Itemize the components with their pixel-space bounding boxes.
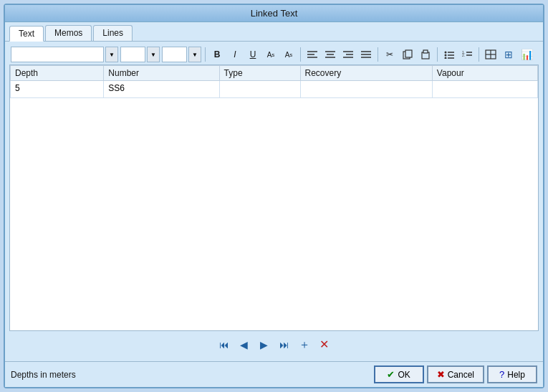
- bold-button[interactable]: B: [209, 47, 225, 62]
- cancel-button[interactable]: ✖ Cancel: [427, 365, 484, 383]
- nav-prev-button[interactable]: ◀: [236, 337, 252, 353]
- font-style-dropdown[interactable]: ▼: [162, 47, 201, 62]
- check-icon: ✔: [387, 369, 395, 380]
- font-size-box[interactable]: [120, 47, 145, 62]
- cell-number[interactable]: SS6: [104, 81, 219, 98]
- sep2: [300, 47, 301, 62]
- italic-button[interactable]: I: [227, 47, 243, 62]
- sep5: [479, 47, 479, 62]
- tab-bar: Text Memos Lines: [5, 22, 543, 41]
- svg-point-18: [445, 57, 447, 59]
- copy-button[interactable]: [400, 47, 415, 62]
- window-title: Linked Text: [251, 8, 298, 19]
- navigation-bar: ⏮ ◀ ▶ ⏭ ＋ ✕: [9, 331, 539, 358]
- align-left-button[interactable]: [304, 47, 320, 62]
- status-bar: Depths in meters ✔ OK ✖ Cancel ? Help: [5, 361, 543, 387]
- title-bar: Linked Text: [5, 5, 543, 22]
- col-depth: Depth: [11, 66, 104, 81]
- subscript-button[interactable]: As: [281, 47, 297, 62]
- nav-delete-button[interactable]: ✕: [317, 337, 332, 353]
- svg-point-17: [445, 54, 447, 57]
- col-recovery: Recovery: [300, 66, 432, 81]
- sep3: [378, 47, 378, 62]
- status-text: Depths in meters: [11, 370, 76, 380]
- question-icon: ?: [499, 369, 504, 380]
- nav-first-button[interactable]: ⏮: [216, 337, 232, 353]
- font-family-dropdown[interactable]: ▼: [11, 47, 118, 62]
- insert2-button[interactable]: ⊞: [501, 47, 516, 62]
- svg-text:2.: 2.: [462, 53, 465, 57]
- font-size-dropdown[interactable]: ▼: [120, 47, 160, 62]
- sep4: [437, 47, 438, 62]
- col-type: Type: [219, 66, 300, 81]
- nav-next-button[interactable]: ▶: [256, 337, 272, 353]
- font-family-box[interactable]: [11, 47, 104, 62]
- toolbar: ▼ ▼ ▼ B I U As As: [9, 44, 539, 64]
- font-style-arrow[interactable]: ▼: [188, 47, 201, 62]
- svg-point-16: [445, 52, 447, 54]
- nav-add-button[interactable]: ＋: [297, 337, 312, 353]
- ok-button[interactable]: ✔ OK: [374, 365, 424, 383]
- dialog-buttons: ✔ OK ✖ Cancel ? Help: [374, 365, 537, 383]
- nav-last-button[interactable]: ⏭: [277, 337, 292, 353]
- cut-button[interactable]: ✂: [382, 47, 398, 62]
- svg-rect-13: [405, 50, 412, 57]
- underline-button[interactable]: U: [245, 47, 261, 62]
- table-row[interactable]: 5 SS6: [11, 81, 538, 98]
- tab-text[interactable]: Text: [9, 26, 44, 42]
- align-justify-button[interactable]: [358, 47, 374, 62]
- align-center-button[interactable]: [322, 47, 338, 62]
- paste-button[interactable]: [418, 47, 433, 62]
- svg-rect-15: [423, 50, 428, 53]
- align-right-button[interactable]: [340, 47, 356, 62]
- font-style-box[interactable]: [162, 47, 187, 62]
- cell-depth[interactable]: 5: [11, 81, 104, 98]
- tab-memos[interactable]: Memos: [45, 25, 92, 41]
- cell-type[interactable]: [219, 81, 300, 98]
- list-ul-button[interactable]: [441, 47, 457, 62]
- x-icon: ✖: [437, 369, 445, 380]
- data-table: Depth Number Type Recovery Vapour 5 SS6: [10, 65, 538, 98]
- col-vapour: Vapour: [432, 66, 537, 81]
- superscript-button[interactable]: As: [263, 47, 279, 62]
- cell-vapour[interactable]: [432, 81, 537, 98]
- main-window: Linked Text Text Memos Lines ▼ ▼ ▼: [4, 4, 544, 388]
- table-header-row: Depth Number Type Recovery Vapour: [11, 66, 538, 81]
- insert3-button[interactable]: 📊: [519, 47, 535, 62]
- font-size-arrow[interactable]: ▼: [147, 47, 160, 62]
- help-button[interactable]: ? Help: [487, 365, 537, 383]
- data-table-container: Depth Number Type Recovery Vapour 5 SS6: [9, 64, 539, 331]
- font-family-arrow[interactable]: ▼: [105, 47, 118, 62]
- col-number: Number: [104, 66, 219, 81]
- sep1: [205, 47, 206, 62]
- list-ol-button[interactable]: 1.2.: [459, 47, 475, 62]
- cell-recovery[interactable]: [300, 81, 432, 98]
- insert1-button[interactable]: [483, 47, 499, 62]
- content-area: ▼ ▼ ▼ B I U As As: [5, 41, 543, 361]
- tab-lines[interactable]: Lines: [93, 25, 133, 41]
